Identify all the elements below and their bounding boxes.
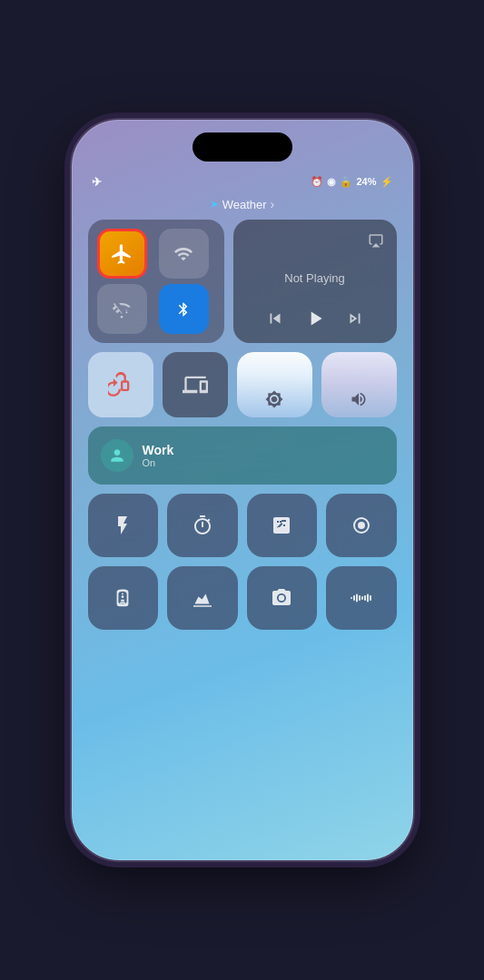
soundwave-icon	[351, 592, 372, 604]
lock-icon: 🔒	[340, 176, 352, 188]
wifi-button[interactable]	[97, 284, 147, 334]
calculator-button[interactable]	[247, 494, 318, 557]
flashlight-button[interactable]	[88, 494, 159, 557]
power-button[interactable]	[413, 283, 415, 356]
airplane-mode-button[interactable]	[97, 229, 147, 279]
weather-chevron-icon: ›	[271, 197, 275, 211]
focus-subtitle: On	[143, 457, 174, 468]
stocks-button[interactable]	[167, 566, 238, 630]
remote-button[interactable]	[88, 566, 159, 630]
charging-icon: ⚡	[380, 176, 393, 188]
svg-rect-4	[353, 595, 355, 601]
phone-frame: ✈ ⏰ ◉ 🔒 24% ⚡ ➤ Weather ›	[70, 118, 415, 862]
screen-record-icon	[351, 514, 372, 536]
stocks-icon	[192, 587, 213, 609]
icon-row-2	[88, 566, 397, 630]
svg-rect-8	[364, 595, 366, 601]
status-bar: ✈ ⏰ ◉ 🔒 24% ⚡	[72, 171, 413, 192]
svg-rect-5	[356, 594, 358, 603]
flashlight-icon	[112, 514, 133, 536]
battery-percent: 24%	[356, 176, 376, 187]
brightness-icon	[265, 390, 283, 408]
timer-button[interactable]	[167, 494, 238, 557]
sliders-row	[88, 352, 397, 417]
volume-icon	[350, 390, 368, 408]
weather-bar[interactable]: ➤ Weather ›	[210, 197, 275, 211]
fast-forward-button[interactable]	[345, 309, 365, 328]
calculator-icon	[271, 514, 292, 536]
status-right: ⏰ ◉ 🔒 24% ⚡	[311, 176, 392, 188]
focus-mode-button[interactable]: Work On	[88, 426, 397, 485]
rewind-button[interactable]	[265, 309, 285, 328]
timer-icon	[192, 514, 213, 536]
brightness-slider[interactable]	[237, 352, 312, 417]
screen-record-button[interactable]	[326, 494, 397, 557]
media-player: Not Playing	[233, 220, 397, 343]
alarm-icon: ⏰	[311, 176, 323, 188]
camera-button[interactable]	[247, 566, 318, 630]
media-top	[246, 232, 384, 249]
media-controls	[246, 307, 384, 330]
play-button[interactable]	[303, 307, 327, 330]
person-badge-icon	[108, 446, 126, 465]
connectivity-row: Not Playing	[88, 220, 397, 343]
focus-row: Work On	[88, 426, 397, 485]
focus-text: Work On	[143, 443, 174, 468]
bluetooth-button[interactable]	[159, 284, 209, 334]
wifi-off-icon	[112, 299, 132, 319]
control-center: Not Playing	[88, 220, 397, 806]
airplane-icon	[110, 242, 133, 266]
svg-point-2	[358, 522, 365, 529]
screen-mirror-button[interactable]	[163, 352, 228, 417]
dynamic-island	[193, 132, 292, 162]
svg-rect-10	[370, 595, 371, 601]
cellular-button[interactable]	[159, 229, 209, 279]
airplay-icon[interactable]	[368, 232, 384, 249]
weather-location-arrow: ➤	[210, 198, 219, 211]
volume-up-button[interactable]	[70, 279, 72, 328]
connectivity-grid	[88, 220, 224, 343]
svg-rect-7	[361, 596, 363, 600]
screen-mirror-icon	[183, 372, 208, 397]
svg-rect-9	[367, 594, 369, 603]
lock-rotation-icon	[108, 372, 133, 397]
bluetooth-icon	[175, 298, 192, 321]
location-icon: ◉	[327, 176, 336, 188]
focus-title: Work	[143, 443, 174, 457]
remote-icon	[113, 588, 133, 608]
svg-point-0	[121, 315, 123, 318]
cellular-icon	[173, 244, 193, 264]
airplane-status-icon: ✈	[92, 175, 102, 189]
icon-row-1	[88, 494, 397, 557]
camera-icon	[271, 587, 292, 609]
svg-rect-6	[359, 595, 361, 601]
sound-recognition-button[interactable]	[326, 566, 397, 630]
screen-lock-rotation-button[interactable]	[88, 352, 153, 417]
focus-mode-icon	[101, 439, 133, 472]
svg-rect-3	[351, 597, 352, 599]
weather-label: Weather	[222, 198, 267, 211]
volume-slider[interactable]	[321, 352, 397, 417]
status-left: ✈	[92, 175, 102, 189]
volume-down-button[interactable]	[70, 338, 72, 387]
now-playing-label: Not Playing	[246, 249, 384, 307]
mute-button[interactable]	[70, 238, 72, 265]
